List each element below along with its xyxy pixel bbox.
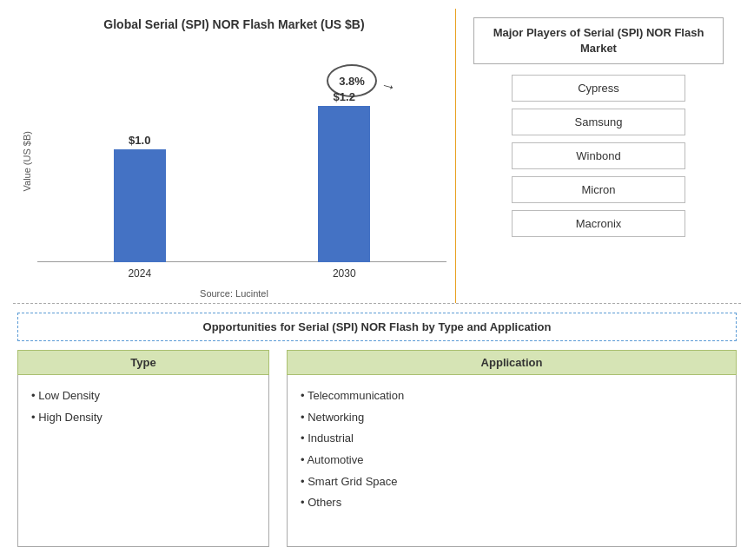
chart-source: Source: Lucintel	[200, 288, 268, 299]
chart-inner: 3.8% → $1.0 2024	[37, 38, 446, 284]
type-column: Type Low Density High Density	[17, 350, 269, 547]
bar-label-2030: 2030	[333, 267, 356, 280]
opportunities-title: Opportunities for Serial (SPI) NOR Flash…	[17, 313, 737, 341]
app-item-telecom: Telecommunication	[301, 385, 723, 407]
app-item-automotive: Automotive	[301, 450, 723, 471]
player-micron: Micron	[512, 176, 685, 203]
player-cypress: Cypress	[512, 75, 685, 102]
main-container: Global Serial (SPI) NOR Flash Market (US…	[0, 0, 754, 560]
bottom-section: Opportunities for Serial (SPI) NOR Flash…	[13, 304, 741, 551]
players-title: Major Players of Serial (SPI) NOR Flash …	[473, 17, 724, 64]
chart-title: Global Serial (SPI) NOR Flash Market (US…	[103, 17, 364, 31]
type-header: Type	[17, 350, 269, 375]
application-header: Application	[287, 350, 737, 375]
app-item-networking: Networking	[301, 407, 723, 429]
bar-label-2024: 2024	[128, 267, 151, 280]
y-axis-label: Value (US $B)	[22, 131, 32, 192]
chart-body: Value (US $B) 3.8% →	[22, 38, 446, 284]
bar-group-2030: $1.2 2030	[318, 90, 370, 262]
players-area: Major Players of Serial (SPI) NOR Flash …	[456, 9, 741, 303]
app-item-smart-grid: Smart Grid Space	[301, 471, 723, 493]
top-section: Global Serial (SPI) NOR Flash Market (US…	[13, 9, 741, 304]
type-item-low-density: Low Density	[31, 385, 255, 407]
bar-2024	[114, 149, 166, 262]
player-macronix: Macronix	[512, 210, 685, 237]
bars-container: 3.8% → $1.0 2024	[37, 38, 446, 284]
application-column: Application Telecommunication Networking…	[287, 350, 737, 547]
app-item-industrial: Industrial	[301, 428, 723, 450]
player-winbond: Winbond	[512, 142, 685, 169]
bar-value-2024: $1.0	[129, 134, 150, 147]
chart-area: Global Serial (SPI) NOR Flash Market (US…	[13, 9, 456, 303]
baseline	[37, 261, 446, 262]
type-body: Low Density High Density	[17, 375, 269, 547]
opportunities-body: Type Low Density High Density Applicatio…	[17, 350, 737, 547]
player-samsung: Samsung	[512, 109, 685, 135]
cagr-arrow-icon: →	[379, 76, 399, 97]
bar-2030	[318, 106, 370, 262]
bar-value-2030: $1.2	[334, 90, 355, 103]
application-body: Telecommunication Networking Industrial …	[287, 375, 737, 547]
bar-group-2024: $1.0 2024	[114, 134, 166, 262]
type-item-high-density: High Density	[31, 407, 255, 429]
app-item-others: Others	[301, 492, 723, 514]
